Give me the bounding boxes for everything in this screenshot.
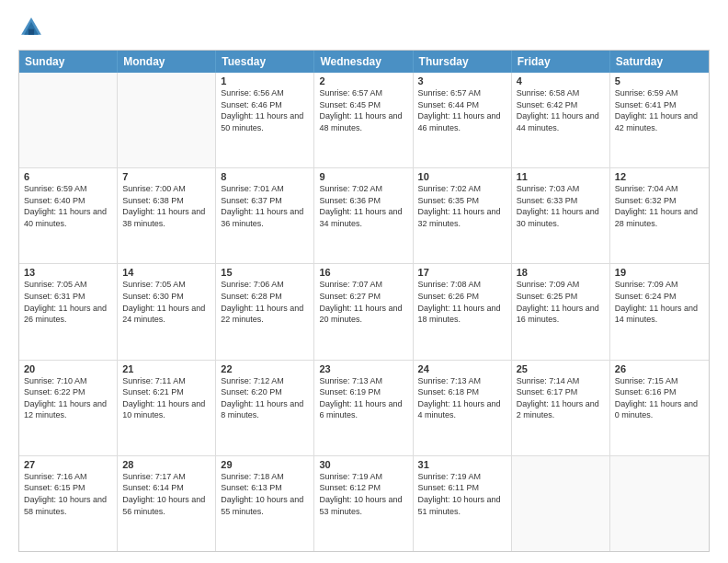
calendar: SundayMondayTuesdayWednesdayThursdayFrid… (18, 50, 710, 552)
calendar-cell-r2c6: 19Sunrise: 7:09 AMSunset: 6:24 PMDayligh… (610, 264, 709, 359)
cell-detail: Sunrise: 7:01 AMSunset: 6:37 PMDaylight:… (221, 183, 309, 229)
calendar-cell-r2c4: 17Sunrise: 7:08 AMSunset: 6:26 PMDayligh… (414, 264, 512, 359)
calendar-cell-r0c6: 5Sunrise: 6:59 AMSunset: 6:41 PMDaylight… (610, 73, 709, 167)
day-number: 19 (615, 267, 704, 278)
calendar-row-2: 13Sunrise: 7:05 AMSunset: 6:31 PMDayligh… (19, 264, 709, 360)
day-number: 23 (319, 363, 407, 374)
calendar-row-0: 1Sunrise: 6:56 AMSunset: 6:46 PMDaylight… (19, 73, 709, 168)
cell-detail: Sunrise: 7:03 AMSunset: 6:33 PMDaylight:… (517, 183, 605, 229)
cell-detail: Sunrise: 6:57 AMSunset: 6:45 PMDaylight:… (319, 87, 407, 133)
calendar-cell-r3c0: 20Sunrise: 7:10 AMSunset: 6:22 PMDayligh… (19, 361, 118, 455)
calendar-cell-r0c5: 4Sunrise: 6:58 AMSunset: 6:42 PMDaylight… (512, 73, 610, 167)
calendar-cell-r4c1: 28Sunrise: 7:17 AMSunset: 6:14 PMDayligh… (118, 456, 216, 551)
cell-detail: Sunrise: 7:13 AMSunset: 6:19 PMDaylight:… (319, 375, 407, 421)
calendar-row-3: 20Sunrise: 7:10 AMSunset: 6:22 PMDayligh… (19, 361, 709, 456)
calendar-cell-r4c3: 30Sunrise: 7:19 AMSunset: 6:12 PMDayligh… (314, 456, 413, 551)
calendar-cell-r4c5 (512, 456, 610, 551)
calendar-row-4: 27Sunrise: 7:16 AMSunset: 6:15 PMDayligh… (19, 456, 709, 551)
cell-detail: Sunrise: 7:12 AMSunset: 6:20 PMDaylight:… (221, 375, 309, 421)
calendar-cell-r0c4: 3Sunrise: 6:57 AMSunset: 6:44 PMDaylight… (414, 73, 512, 167)
day-number: 16 (319, 267, 407, 278)
cell-detail: Sunrise: 7:19 AMSunset: 6:11 PMDaylight:… (418, 471, 506, 517)
cell-detail: Sunrise: 6:57 AMSunset: 6:44 PMDaylight:… (418, 87, 506, 133)
day-number: 21 (122, 363, 210, 374)
calendar-cell-r0c1 (118, 73, 216, 167)
cell-detail: Sunrise: 7:13 AMSunset: 6:18 PMDaylight:… (418, 375, 506, 421)
cell-detail: Sunrise: 7:18 AMSunset: 6:13 PMDaylight:… (221, 471, 309, 517)
cell-detail: Sunrise: 7:11 AMSunset: 6:21 PMDaylight:… (122, 375, 210, 421)
calendar-body: 1Sunrise: 6:56 AMSunset: 6:46 PMDaylight… (19, 73, 709, 551)
day-number: 5 (615, 75, 704, 86)
calendar-header-monday: Monday (118, 51, 216, 73)
day-number: 9 (319, 171, 407, 182)
calendar-cell-r3c1: 21Sunrise: 7:11 AMSunset: 6:21 PMDayligh… (118, 361, 216, 455)
cell-detail: Sunrise: 6:59 AMSunset: 6:40 PMDaylight:… (24, 183, 112, 229)
calendar-header-sunday: Sunday (19, 51, 118, 73)
calendar-cell-r1c5: 11Sunrise: 7:03 AMSunset: 6:33 PMDayligh… (512, 168, 610, 263)
cell-detail: Sunrise: 7:02 AMSunset: 6:36 PMDaylight:… (319, 183, 407, 229)
cell-detail: Sunrise: 7:02 AMSunset: 6:35 PMDaylight:… (418, 183, 506, 229)
calendar-cell-r3c6: 26Sunrise: 7:15 AMSunset: 6:16 PMDayligh… (610, 361, 709, 455)
day-number: 29 (221, 459, 309, 470)
cell-detail: Sunrise: 7:15 AMSunset: 6:16 PMDaylight:… (615, 375, 704, 421)
cell-detail: Sunrise: 7:00 AMSunset: 6:38 PMDaylight:… (122, 183, 210, 229)
calendar-cell-r2c1: 14Sunrise: 7:05 AMSunset: 6:30 PMDayligh… (118, 264, 216, 359)
logo (18, 15, 48, 40)
calendar-header-saturday: Saturday (610, 51, 709, 73)
calendar-cell-r3c5: 25Sunrise: 7:14 AMSunset: 6:17 PMDayligh… (512, 361, 610, 455)
cell-detail: Sunrise: 7:10 AMSunset: 6:22 PMDaylight:… (24, 375, 112, 421)
svg-rect-2 (28, 29, 34, 35)
calendar-cell-r2c5: 18Sunrise: 7:09 AMSunset: 6:25 PMDayligh… (512, 264, 610, 359)
calendar-header-thursday: Thursday (414, 51, 512, 73)
day-number: 15 (221, 267, 309, 278)
page: SundayMondayTuesdayWednesdayThursdayFrid… (0, 0, 728, 563)
calendar-cell-r2c0: 13Sunrise: 7:05 AMSunset: 6:31 PMDayligh… (19, 264, 118, 359)
cell-detail: Sunrise: 7:04 AMSunset: 6:32 PMDaylight:… (615, 183, 704, 229)
day-number: 28 (122, 459, 210, 470)
header (18, 15, 710, 40)
cell-detail: Sunrise: 7:09 AMSunset: 6:25 PMDaylight:… (517, 279, 605, 325)
cell-detail: Sunrise: 6:58 AMSunset: 6:42 PMDaylight:… (517, 87, 605, 133)
calendar-header: SundayMondayTuesdayWednesdayThursdayFrid… (19, 51, 709, 73)
day-number: 10 (418, 171, 506, 182)
calendar-cell-r1c0: 6Sunrise: 6:59 AMSunset: 6:40 PMDaylight… (19, 168, 118, 263)
cell-detail: Sunrise: 6:59 AMSunset: 6:41 PMDaylight:… (615, 87, 704, 133)
day-number: 24 (418, 363, 506, 374)
day-number: 31 (418, 459, 506, 470)
calendar-cell-r1c4: 10Sunrise: 7:02 AMSunset: 6:35 PMDayligh… (414, 168, 512, 263)
cell-detail: Sunrise: 7:09 AMSunset: 6:24 PMDaylight:… (615, 279, 704, 325)
logo-icon (18, 15, 44, 40)
day-number: 27 (24, 459, 112, 470)
day-number: 22 (221, 363, 309, 374)
calendar-cell-r0c2: 1Sunrise: 6:56 AMSunset: 6:46 PMDaylight… (216, 73, 314, 167)
calendar-cell-r4c6 (610, 456, 709, 551)
calendar-cell-r4c2: 29Sunrise: 7:18 AMSunset: 6:13 PMDayligh… (216, 456, 314, 551)
day-number: 3 (418, 75, 506, 86)
calendar-cell-r1c6: 12Sunrise: 7:04 AMSunset: 6:32 PMDayligh… (610, 168, 709, 263)
calendar-cell-r3c4: 24Sunrise: 7:13 AMSunset: 6:18 PMDayligh… (414, 361, 512, 455)
cell-detail: Sunrise: 6:56 AMSunset: 6:46 PMDaylight:… (221, 87, 309, 133)
day-number: 14 (122, 267, 210, 278)
cell-detail: Sunrise: 7:05 AMSunset: 6:30 PMDaylight:… (122, 279, 210, 325)
cell-detail: Sunrise: 7:05 AMSunset: 6:31 PMDaylight:… (24, 279, 112, 325)
calendar-cell-r1c2: 8Sunrise: 7:01 AMSunset: 6:37 PMDaylight… (216, 168, 314, 263)
day-number: 4 (517, 75, 605, 86)
day-number: 20 (24, 363, 112, 374)
day-number: 11 (517, 171, 605, 182)
calendar-header-wednesday: Wednesday (314, 51, 413, 73)
cell-detail: Sunrise: 7:06 AMSunset: 6:28 PMDaylight:… (221, 279, 309, 325)
calendar-header-tuesday: Tuesday (216, 51, 314, 73)
cell-detail: Sunrise: 7:07 AMSunset: 6:27 PMDaylight:… (319, 279, 407, 325)
cell-detail: Sunrise: 7:08 AMSunset: 6:26 PMDaylight:… (418, 279, 506, 325)
calendar-cell-r4c4: 31Sunrise: 7:19 AMSunset: 6:11 PMDayligh… (414, 456, 512, 551)
day-number: 17 (418, 267, 506, 278)
day-number: 13 (24, 267, 112, 278)
calendar-cell-r4c0: 27Sunrise: 7:16 AMSunset: 6:15 PMDayligh… (19, 456, 118, 551)
calendar-row-1: 6Sunrise: 6:59 AMSunset: 6:40 PMDaylight… (19, 168, 709, 264)
calendar-cell-r1c1: 7Sunrise: 7:00 AMSunset: 6:38 PMDaylight… (118, 168, 216, 263)
calendar-header-friday: Friday (512, 51, 610, 73)
calendar-cell-r0c3: 2Sunrise: 6:57 AMSunset: 6:45 PMDaylight… (314, 73, 413, 167)
day-number: 1 (221, 75, 309, 86)
cell-detail: Sunrise: 7:17 AMSunset: 6:14 PMDaylight:… (122, 471, 210, 517)
day-number: 25 (517, 363, 605, 374)
